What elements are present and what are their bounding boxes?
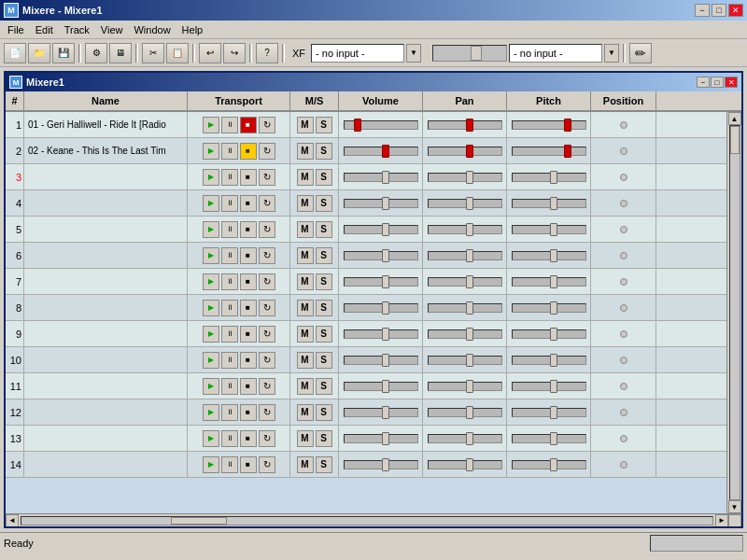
pan-slider[interactable]	[428, 251, 502, 260]
solo-button[interactable]: S	[316, 247, 332, 264]
pause-button[interactable]: ⏸	[221, 221, 238, 238]
loop-button[interactable]: ↻	[259, 378, 275, 395]
play-button[interactable]: ▶	[203, 404, 219, 421]
play-button[interactable]: ▶	[203, 326, 219, 343]
stop-button[interactable]: ■	[240, 143, 257, 160]
stop-button[interactable]: ■	[240, 195, 257, 212]
play-button[interactable]: ▶	[203, 430, 219, 447]
mute-button[interactable]: M	[297, 169, 314, 186]
pan-slider[interactable]	[428, 277, 502, 287]
mute-button[interactable]: M	[297, 300, 314, 316]
stop-button[interactable]: ■	[240, 247, 257, 264]
loop-button[interactable]: ↻	[259, 117, 275, 133]
solo-button[interactable]: S	[316, 404, 332, 421]
solo-button[interactable]: S	[316, 143, 332, 160]
vertical-scrollbar[interactable]: ▲ ▼	[726, 112, 741, 513]
pitch-slider[interactable]	[512, 173, 586, 182]
pitch-slider[interactable]	[512, 199, 586, 208]
track-name[interactable]	[24, 164, 188, 189]
pan-slider[interactable]	[428, 329, 502, 339]
solo-button[interactable]: S	[316, 378, 332, 395]
input-right-dropdown-arrow[interactable]: ▼	[604, 44, 619, 63]
menu-help[interactable]: Help	[176, 22, 209, 37]
toolbar-help-button[interactable]: ?	[256, 43, 278, 63]
loop-button[interactable]: ↻	[259, 456, 275, 473]
volume-slider[interactable]	[344, 120, 418, 130]
loop-button[interactable]: ↻	[259, 352, 275, 369]
pause-button[interactable]: ⏸	[221, 273, 238, 290]
track-name[interactable]	[24, 243, 188, 268]
loop-button[interactable]: ↻	[259, 169, 275, 186]
loop-button[interactable]: ↻	[259, 404, 275, 421]
mute-button[interactable]: M	[297, 352, 314, 369]
menu-edit[interactable]: Edit	[30, 22, 59, 37]
toolbar-cut-button[interactable]: ✂	[142, 43, 164, 63]
pause-button[interactable]: ⏸	[221, 143, 238, 160]
play-button[interactable]: ▶	[203, 195, 219, 212]
hscroll-left-button[interactable]: ◄	[6, 514, 19, 527]
loop-button[interactable]: ↻	[259, 143, 275, 160]
mute-button[interactable]: M	[297, 404, 314, 421]
menu-file[interactable]: File	[2, 22, 30, 37]
menu-view[interactable]: View	[95, 22, 129, 37]
volume-slider[interactable]	[344, 408, 418, 417]
hscroll-right-button[interactable]: ►	[715, 514, 728, 527]
pitch-slider[interactable]	[512, 460, 586, 469]
pause-button[interactable]: ⏸	[221, 456, 238, 473]
mute-button[interactable]: M	[297, 195, 314, 212]
mute-button[interactable]: M	[297, 117, 314, 133]
volume-slider[interactable]	[344, 382, 418, 391]
pause-button[interactable]: ⏸	[221, 430, 238, 447]
pitch-slider[interactable]	[512, 382, 586, 391]
toolbar-settings-button[interactable]: ⚙	[85, 43, 107, 63]
toolbar-save-button[interactable]: 💾	[52, 43, 75, 63]
solo-button[interactable]: S	[316, 221, 332, 238]
play-button[interactable]: ▶	[203, 378, 219, 395]
play-button[interactable]: ▶	[203, 143, 219, 160]
mute-button[interactable]: M	[297, 143, 314, 160]
stop-button[interactable]: ■	[240, 273, 257, 290]
pan-slider[interactable]	[428, 408, 502, 417]
stop-button[interactable]: ■	[240, 352, 257, 369]
volume-slider[interactable]	[344, 434, 418, 443]
volume-slider[interactable]	[344, 199, 418, 208]
solo-button[interactable]: S	[316, 273, 332, 290]
toolbar-open-button[interactable]: 📁	[28, 43, 50, 63]
solo-button[interactable]: S	[316, 430, 332, 447]
stop-button[interactable]: ■	[240, 169, 257, 186]
loop-button[interactable]: ↻	[259, 221, 275, 238]
solo-button[interactable]: S	[316, 300, 332, 316]
loop-button[interactable]: ↻	[259, 300, 275, 316]
solo-button[interactable]: S	[316, 456, 332, 473]
outer-minimize-button[interactable]: −	[695, 4, 710, 17]
track-name[interactable]	[24, 373, 188, 399]
inner-close-button[interactable]: ✕	[725, 77, 738, 88]
stop-button[interactable]: ■	[240, 326, 257, 343]
track-name[interactable]: 01 - Geri Halliwell - Ride It [Radio	[24, 112, 188, 137]
pan-slider[interactable]	[428, 460, 502, 469]
loop-button[interactable]: ↻	[259, 195, 275, 212]
solo-button[interactable]: S	[316, 326, 332, 343]
stop-button[interactable]: ■	[240, 300, 257, 316]
volume-slider[interactable]	[344, 356, 418, 365]
mute-button[interactable]: M	[297, 326, 314, 343]
pan-slider[interactable]	[428, 303, 502, 313]
stop-button[interactable]: ■	[240, 404, 257, 421]
play-button[interactable]: ▶	[203, 221, 219, 238]
toolbar-monitor-button[interactable]: 🖥	[109, 43, 132, 63]
outer-maximize-button[interactable]: □	[712, 4, 726, 17]
toolbar-redo-button[interactable]: ↪	[223, 43, 246, 63]
pan-slider[interactable]	[428, 225, 502, 234]
track-name[interactable]	[24, 269, 188, 294]
pan-slider[interactable]	[428, 199, 502, 208]
pitch-slider[interactable]	[512, 408, 586, 417]
pan-slider[interactable]	[428, 356, 502, 365]
toolbar-new-button[interactable]: 📄	[4, 43, 26, 63]
solo-button[interactable]: S	[316, 195, 332, 212]
xf-slider[interactable]	[432, 45, 507, 62]
toolbar-pencil-button[interactable]: ✏	[629, 43, 652, 63]
pause-button[interactable]: ⏸	[221, 378, 238, 395]
mute-button[interactable]: M	[297, 456, 314, 473]
pan-slider[interactable]	[428, 147, 502, 156]
play-button[interactable]: ▶	[203, 247, 219, 264]
